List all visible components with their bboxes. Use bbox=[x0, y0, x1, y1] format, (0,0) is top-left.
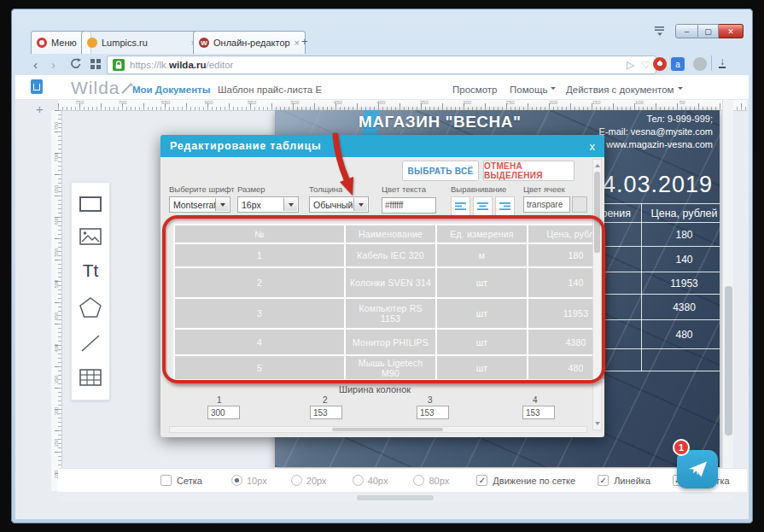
favorite-icon[interactable]: ♡ bbox=[641, 60, 650, 70]
align-center-icon[interactable] bbox=[473, 196, 493, 216]
wilda-logo[interactable]: Wilda bbox=[71, 78, 133, 98]
contact-website: www.magazin-vesna.com bbox=[599, 138, 713, 151]
sidebar-bookmark-icon[interactable] bbox=[31, 79, 43, 94]
font-label: Выберите шрифт bbox=[169, 184, 235, 194]
font-control: Выберите шрифт Montserrat bbox=[169, 184, 235, 213]
col-num: 3 bbox=[428, 395, 433, 405]
text-tool-icon[interactable]: Tt bbox=[83, 261, 99, 279]
dialog-close-icon[interactable]: x bbox=[590, 140, 596, 153]
text-color-input[interactable] bbox=[382, 197, 436, 213]
tab-online-editor[interactable]: W Онлайн-редактор × bbox=[193, 31, 306, 54]
grid-size-radio-80[interactable] bbox=[413, 475, 424, 486]
cell-color-swatch[interactable] bbox=[572, 196, 587, 213]
select-all-button[interactable]: ВЫБРАТЬ ВСЁ bbox=[402, 161, 479, 181]
table-tool-icon[interactable] bbox=[79, 369, 102, 386]
grid-checkbox[interactable] bbox=[160, 475, 172, 486]
browser-window: – ▢ ✕ Меню Lumpics.ru × W Онлайн-редакто… bbox=[11, 9, 753, 523]
tab-label: Онлайн-редактор bbox=[213, 38, 290, 48]
contact-phone: Тел: 9-999-999; bbox=[599, 113, 713, 126]
secure-lock-icon[interactable] bbox=[113, 59, 125, 71]
align-label: Выравнивание bbox=[451, 184, 517, 194]
rectangle-tool-icon[interactable] bbox=[79, 196, 102, 212]
size-select[interactable]: 16px bbox=[237, 196, 299, 213]
pentagon-tool-icon[interactable] bbox=[79, 296, 102, 318]
align-right-icon[interactable] bbox=[495, 196, 515, 216]
chevron-down-icon bbox=[678, 87, 683, 92]
grid-size-label: 40px bbox=[368, 476, 388, 486]
maximize-button[interactable]: ▢ bbox=[698, 24, 719, 38]
col-width-input-4[interactable] bbox=[522, 406, 555, 419]
canvas-scrollbar[interactable] bbox=[722, 100, 733, 491]
line-tool-icon[interactable] bbox=[80, 334, 101, 353]
snap-to-grid-label: Движение по сетке bbox=[493, 476, 575, 486]
forward-button[interactable]: › bbox=[51, 58, 55, 71]
menu-view[interactable]: Просмотр bbox=[452, 85, 498, 95]
extension-icon-1[interactable] bbox=[653, 57, 667, 71]
select-arrow-icon[interactable] bbox=[215, 198, 229, 211]
contact-block[interactable]: Тел: 9-999-999; E-mail: vesna@mysite.com… bbox=[599, 113, 713, 151]
opera-logo-icon bbox=[37, 38, 47, 48]
scroll-down-arrow-icon[interactable] bbox=[595, 422, 600, 428]
editor-options-bar: Сетка 10px 20px 40px 80px ✓ Движение по … bbox=[58, 468, 747, 492]
col-width-input-1[interactable] bbox=[207, 406, 240, 419]
grid-label: Сетка bbox=[177, 476, 202, 486]
dialog-horizontal-scrollbar[interactable] bbox=[169, 426, 587, 433]
doc-price-cell[interactable]: 4380 bbox=[642, 295, 720, 320]
image-tool-icon[interactable] bbox=[79, 228, 102, 245]
col-width-input-3[interactable] bbox=[417, 406, 449, 419]
share-icon[interactable]: ▷ bbox=[627, 60, 634, 70]
annotation-highlight-box bbox=[162, 215, 605, 383]
select-arrow-icon[interactable] bbox=[283, 198, 297, 211]
doc-price-cell[interactable]: 180 bbox=[642, 223, 720, 247]
snap-to-grid-checkbox[interactable]: ✓ bbox=[476, 475, 487, 486]
grid-size-radio-40[interactable] bbox=[353, 475, 364, 486]
canvas-horizontal-scrollbar[interactable] bbox=[58, 494, 732, 501]
scroll-up-arrow-icon[interactable] bbox=[595, 161, 600, 167]
text-color-label: Цвет текста bbox=[382, 184, 436, 194]
minimize-button[interactable]: – bbox=[675, 24, 698, 38]
extension-icon-3[interactable] bbox=[693, 57, 707, 71]
ruler-checkbox[interactable]: ✓ bbox=[598, 475, 609, 486]
scrollbar-thumb[interactable] bbox=[357, 495, 434, 500]
download-icon[interactable]: ↓ bbox=[719, 56, 726, 68]
grid-size-label: 80px bbox=[429, 476, 449, 486]
speed-dial-icon[interactable] bbox=[90, 59, 101, 69]
scrollbar-thumb[interactable] bbox=[725, 286, 732, 436]
doc-price-cell[interactable]: 480 bbox=[642, 320, 720, 349]
tab-lumpics[interactable]: Lumpics.ru × bbox=[81, 31, 202, 54]
dialog-titlebar[interactable]: Редактирование таблицы x bbox=[160, 135, 604, 157]
reload-icon[interactable] bbox=[70, 58, 82, 69]
nav-my-documents[interactable]: Мои Документы bbox=[132, 85, 211, 95]
doc-cell[interactable] bbox=[642, 349, 720, 371]
ruler-origin-plus-icon[interactable]: + bbox=[36, 102, 44, 116]
col-width-input-2[interactable] bbox=[310, 406, 342, 419]
column-widths-label: Ширина колонок bbox=[160, 384, 589, 395]
doc-price-cell[interactable]: 11953 bbox=[642, 272, 720, 295]
close-button[interactable]: ✕ bbox=[719, 24, 744, 38]
tab-close-icon[interactable]: × bbox=[295, 38, 300, 48]
doc-table-header-price[interactable]: Цена, рублей bbox=[642, 204, 720, 223]
grid-size-radio-10[interactable] bbox=[231, 475, 242, 486]
menu-document-actions[interactable]: Действия с документом bbox=[566, 85, 683, 95]
cancel-selection-button[interactable]: ОТМЕНА ВЫДЕЛЕНИЯ bbox=[483, 161, 574, 181]
tab-menu-icon[interactable] bbox=[654, 26, 668, 36]
doc-price-cell[interactable]: 140 bbox=[642, 247, 720, 272]
new-tab-button[interactable]: + bbox=[301, 35, 308, 48]
translate-extension-icon[interactable]: a bbox=[671, 57, 685, 71]
back-button[interactable]: ‹ bbox=[33, 58, 38, 71]
current-doc-title: Шаблон прайс-листа Е bbox=[218, 85, 322, 95]
window-controls: – ▢ ✕ bbox=[675, 24, 744, 38]
size-control: Размер 16px bbox=[237, 184, 299, 213]
shop-title[interactable]: МАГАЗИН "ВЕСНА" bbox=[359, 113, 521, 132]
scrollbar-thumb[interactable] bbox=[332, 428, 443, 431]
logo-pencil-icon bbox=[121, 82, 133, 94]
tab-label: Lumpics.ru bbox=[102, 38, 148, 48]
menu-help[interactable]: Помощь bbox=[510, 85, 556, 95]
notification-badge[interactable]: 1 bbox=[673, 439, 690, 456]
align-left-icon[interactable] bbox=[451, 196, 470, 216]
grid-size-radio-20[interactable] bbox=[291, 475, 302, 486]
cell-color-input[interactable] bbox=[523, 196, 570, 213]
font-select[interactable]: Montserrat bbox=[169, 196, 230, 213]
doc-date[interactable]: 14.03.2019 bbox=[589, 172, 713, 198]
address-bar[interactable]: https://lk.wilda.ru/editor ▷ ♡ bbox=[107, 56, 656, 74]
